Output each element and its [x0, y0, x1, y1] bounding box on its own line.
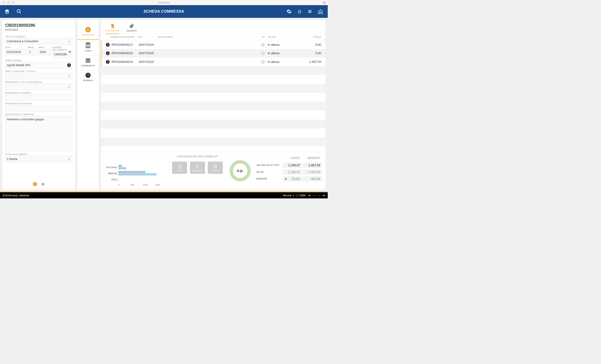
tab-allegati[interactable]: ALLEGATI [126, 23, 137, 34]
count-number: 0 [214, 163, 217, 170]
lock-icon[interactable] [322, 1, 326, 4]
close-window-button[interactable] [2, 1, 5, 4]
nav-storico[interactable]: STORICO [78, 70, 99, 85]
record-counts: CONTEGGIO RECORD CORRELATI 2ORE5MATERIAL… [171, 155, 224, 186]
sede-select[interactable] [5, 73, 72, 79]
content-area: RAPPORTINI ALLEGATI NUMERO RAPPORTINO DA… [101, 20, 325, 189]
dashboard: Ore Uomo Materiali Extra 050010001500 CO… [101, 152, 325, 189]
rif-interno-input[interactable] [5, 95, 72, 101]
nav-label-storico: STORICO [83, 79, 93, 82]
margine-costi: ⚙23,0% [283, 176, 302, 182]
chart-category: Materiali [104, 172, 118, 175]
nav-consuntivi[interactable]: CONSUNTIVI [78, 56, 99, 70]
count-box[interactable]: 2ORE [172, 162, 187, 174]
calculator-icon [85, 42, 91, 48]
nav-first-icon[interactable]: ⇤ [309, 193, 311, 197]
cell-status: In attesa [265, 43, 302, 47]
home-icon[interactable] [318, 9, 323, 14]
anno-input[interactable] [38, 49, 51, 55]
row-info-icon[interactable]: i [106, 60, 110, 64]
numero-gear-icon[interactable]: ⚙ [68, 50, 71, 54]
content-tabs: RAPPORTINI ALLEGATI [101, 20, 325, 34]
clock-icon [85, 73, 91, 78]
nav-next-icon[interactable]: → [317, 193, 321, 197]
maximize-window-button[interactable] [12, 1, 15, 4]
cell-numero: RP2019000014 [111, 60, 139, 64]
cell-cn: ✓ [257, 51, 265, 55]
nav-costi[interactable]: COSTI [78, 40, 99, 56]
table-row[interactable]: i RP2019000014 16/07/2019 ✓ In attesa 1.… [101, 57, 325, 66]
search-icon[interactable] [16, 9, 22, 14]
referente-select[interactable] [5, 84, 72, 90]
valore-effettivo-costi: 1.155,47 [283, 163, 302, 168]
table-row[interactable]: i RP2019000016 16/07/2019 ✓ In attesa 0,… [101, 49, 325, 58]
cell-cn: ✓ [257, 43, 265, 47]
footer-record: Record: 1 : 1 / 5604 [283, 194, 306, 197]
cell-numero: RP2019000012 [111, 43, 139, 47]
table-icon [85, 58, 91, 63]
mese-input[interactable] [28, 49, 37, 55]
attachment-icon [129, 23, 134, 29]
label-descrizione: DESCRIZIONE COMMESSA [5, 113, 72, 116]
donut-chart: n.p. [227, 155, 253, 186]
nome-azienda-input[interactable] [5, 62, 72, 68]
panel-info-icon[interactable]: i [33, 182, 37, 186]
footer-access: [Full Access] / absolute [3, 194, 29, 197]
cell-cn: ✓ [257, 60, 265, 64]
status-bar: [Full Access] / absolute Record: 1 : 1 /… [0, 192, 328, 198]
settings-icon[interactable] [286, 9, 291, 14]
data-input[interactable] [5, 49, 26, 55]
count-box[interactable]: 5MATERIALI [190, 162, 205, 174]
nav-prev-icon[interactable]: ← [313, 193, 316, 197]
axis-tick: 1500 [155, 184, 168, 186]
svg-point-1 [17, 10, 20, 13]
count-label: EXTRA [211, 170, 219, 172]
label-nome-azienda: NOME AZIENDA [5, 59, 72, 62]
axis-tick: 1000 [143, 184, 155, 186]
tipo-documento-select[interactable] [5, 38, 72, 44]
panel-gear-icon[interactable]: ⚙ [41, 182, 45, 186]
margine-gear-icon[interactable]: ⚙ [285, 177, 287, 181]
empty-row [101, 137, 325, 146]
svg-point-10 [88, 45, 88, 46]
empty-row [101, 120, 325, 129]
empty-row [101, 129, 325, 137]
svg-line-2 [20, 12, 21, 13]
nav-generale[interactable]: i GENERALE [78, 24, 99, 40]
chart-category: Extra [104, 178, 118, 181]
nav-last-icon[interactable]: ⇥ [322, 193, 325, 197]
azienda-info-icon[interactable]: i [67, 63, 71, 67]
check-icon: ✓ [261, 51, 265, 55]
row-info-icon[interactable]: i [106, 51, 110, 55]
margine-vendita: 342,06 [303, 176, 322, 182]
descrizione-textarea[interactable]: interventi a consuntivo giugno [5, 116, 72, 151]
rif-esterno-input[interactable] [5, 105, 72, 111]
th-data: DATA [138, 36, 158, 38]
svg-point-12 [87, 46, 87, 47]
info-icon: i [85, 27, 91, 32]
empty-row [101, 84, 325, 93]
values-panel: COSTI VENDITA VALORE EFFETTIVO 1.155,47 … [256, 155, 322, 186]
unlock-icon[interactable] [297, 9, 302, 14]
document-icon [110, 23, 115, 29]
row-info-icon[interactable]: i [106, 43, 110, 47]
empty-row [101, 111, 325, 120]
table-header: NUMERO RAPPORTINO DATA NOTA INTERNA CN S… [101, 34, 325, 40]
empty-row [101, 93, 325, 102]
label-sede: SEDE / CANTIERE / UFFICIO [5, 70, 72, 72]
minimize-window-button[interactable] [7, 1, 10, 4]
stato-documento-select[interactable] [5, 156, 72, 162]
table-row[interactable]: i RP2019000012 16/07/2019 ✓ In attesa 0,… [101, 40, 325, 49]
count-label: ORE [177, 170, 182, 172]
delta-costi: 1.155,47 [283, 169, 302, 175]
database-icon[interactable] [5, 9, 9, 14]
svg-rect-8 [87, 43, 90, 45]
tab-rapportini[interactable]: RAPPORTINI [106, 23, 119, 34]
list-icon[interactable] [308, 9, 312, 14]
label-tipo-documento: TIPO DOCUMENTO [5, 35, 72, 38]
count-box[interactable]: 0EXTRA [208, 162, 223, 174]
donut-value: n.p. [230, 160, 251, 181]
form-panel: CM2019000296 01/01/2019 TIPO DOCUMENTO D… [2, 20, 75, 189]
head-vendita: VENDITA [303, 155, 322, 161]
svg-point-15 [87, 47, 87, 47]
